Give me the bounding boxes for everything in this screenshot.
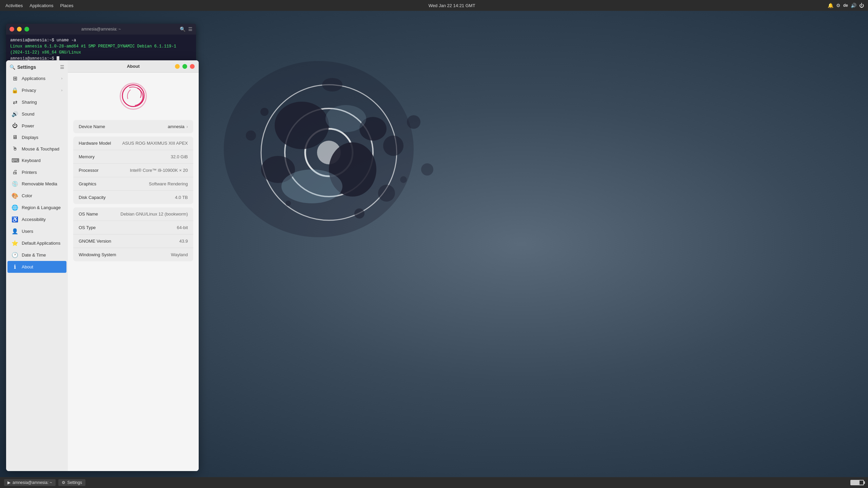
- settings-window: 🔍 Settings ☰ ⊞ Applications › 🔒 Privacy …: [6, 60, 199, 471]
- gnome-version-value: 43.9: [179, 239, 188, 244]
- sidebar-menu-icon[interactable]: ☰: [60, 64, 64, 70]
- terminal-minimize-button[interactable]: −: [17, 27, 22, 32]
- displays-icon: 🖥: [12, 134, 18, 140]
- sidebar-label-displays: Displays: [22, 135, 62, 140]
- privacy-chevron-icon: ›: [61, 88, 62, 92]
- topbar-icon-settings2: ⚙: [836, 3, 841, 8]
- settings-taskbar-label: Settings: [67, 480, 82, 485]
- sidebar-label-applications: Applications: [22, 76, 58, 81]
- mouse-icon: 🖱: [12, 146, 18, 152]
- topbar-right: 🔔 ⚙ de 🔊 ⏻: [828, 3, 868, 8]
- device-name-value[interactable]: amnesia ›: [168, 124, 188, 129]
- sidebar-item-displays[interactable]: 🖥 Displays: [7, 131, 66, 143]
- sidebar-item-removable-media[interactable]: 💿 Removable Media: [7, 178, 66, 190]
- terminal-maximize-button[interactable]: +: [24, 27, 29, 32]
- terminal-window: ✕ − + amnesia@amnesia: ~ 🔍 ☰ amnesia@amn…: [6, 24, 196, 64]
- sidebar-item-about[interactable]: ℹ About: [7, 261, 66, 273]
- terminal-menu-icon[interactable]: ☰: [188, 26, 193, 32]
- graphics-value: Software Rendering: [149, 181, 188, 186]
- sidebar-label-region: Region & Language: [22, 205, 62, 210]
- sharing-icon: ⇄: [12, 99, 18, 105]
- svg-point-5: [275, 102, 329, 149]
- sidebar-item-region-language[interactable]: 🌐 Region & Language: [7, 202, 66, 214]
- svg-point-18: [246, 130, 256, 141]
- sidebar-item-applications[interactable]: ⊞ Applications ›: [7, 73, 66, 84]
- sound-icon: 🔊: [12, 111, 18, 117]
- bottombar-left: ▶ amnesia@amnesia: ~ ⚙ Settings: [4, 479, 850, 486]
- sidebar-item-sharing[interactable]: ⇄ Sharing: [7, 96, 66, 108]
- svg-point-10: [378, 185, 395, 202]
- about-close-button[interactable]: ✕: [190, 64, 195, 69]
- topbar-icon-alert: 🔔: [828, 3, 833, 8]
- memory-value: 32.0 GiB: [171, 154, 188, 159]
- disk-capacity-row: Disk Capacity 4.0 TB: [73, 191, 193, 204]
- settings-body: 🔍 Settings ☰ ⊞ Applications › 🔒 Privacy …: [6, 60, 199, 471]
- privacy-icon: 🔒: [12, 87, 18, 94]
- gnome-version-label: GNOME Version: [79, 239, 179, 244]
- sidebar-item-color[interactable]: 🎨 Color: [7, 190, 66, 202]
- about-title: About: [127, 64, 140, 69]
- settings-taskbar-item[interactable]: ⚙ Settings: [58, 479, 85, 486]
- color-icon: 🎨: [12, 192, 18, 199]
- windowing-system-label: Windowing System: [79, 252, 171, 257]
- power-icon: ⏻: [12, 123, 18, 129]
- sidebar-item-date-time[interactable]: 🕐 Date & Time: [7, 249, 66, 261]
- activities-button[interactable]: Activities: [3, 2, 25, 9]
- sidebar-label-about: About: [22, 264, 62, 269]
- memory-label: Memory: [79, 154, 171, 159]
- terminal-taskbar-item[interactable]: ▶ amnesia@amnesia: ~: [4, 479, 56, 486]
- datetime-icon: 🕐: [12, 252, 18, 258]
- sidebar-item-power[interactable]: ⏻ Power: [7, 120, 66, 131]
- about-panel: About − □ ✕: [68, 60, 199, 471]
- region-icon: 🌐: [12, 204, 18, 211]
- sidebar-item-mouse-touchpad[interactable]: 🖱 Mouse & Touchpad: [7, 143, 66, 155]
- graphics-row: Graphics Software Rendering: [73, 177, 193, 191]
- places-menu-button[interactable]: Places: [57, 2, 76, 9]
- sidebar-item-privacy[interactable]: 🔒 Privacy ›: [7, 84, 66, 96]
- disk-capacity-label: Disk Capacity: [79, 195, 175, 200]
- topbar-datetime: Wed Jan 22 14:21 GMT: [76, 3, 828, 8]
- device-name-row[interactable]: Device Name amnesia ›: [73, 120, 193, 133]
- sidebar-label-power: Power: [22, 123, 62, 128]
- sidebar-item-accessibility[interactable]: ♿ Accessibility: [7, 214, 66, 225]
- gnome-version-row: GNOME Version 43.9: [73, 235, 193, 248]
- bottombar-right: [850, 480, 864, 485]
- sidebar-item-default-applications[interactable]: ⭐ Default Applications: [7, 237, 66, 249]
- os-name-value: Debian GNU/Linux 12 (bookworm): [120, 211, 188, 217]
- sidebar-item-printers[interactable]: 🖨 Printers: [7, 166, 66, 178]
- terminal-search-icon[interactable]: 🔍: [180, 26, 185, 32]
- about-window-controls: − □ ✕: [175, 64, 195, 69]
- debian-logo-container: [68, 73, 199, 117]
- sidebar-label-default-apps: Default Applications: [22, 241, 62, 246]
- processor-row: Processor Intel® Core™ i9-10900K × 20: [73, 164, 193, 177]
- about-minimize-button[interactable]: −: [175, 64, 180, 69]
- svg-point-20: [322, 78, 342, 92]
- terminal-line-2: Linux amnesia 6.1.0-28-amd64 #1 SMP PREE…: [10, 43, 192, 56]
- sidebar-item-users[interactable]: 👤 Users: [7, 225, 66, 237]
- topbar-left: Activities Applications Places: [0, 2, 76, 9]
- svg-point-19: [421, 163, 433, 176]
- terminal-close-button[interactable]: ✕: [9, 27, 14, 32]
- settings-taskbar-icon: ⚙: [62, 480, 65, 485]
- terminal-body[interactable]: amnesia@amnesia:~$ uname -a Linux amnesi…: [6, 35, 196, 64]
- sidebar-item-sound[interactable]: 🔊 Sound: [7, 108, 66, 120]
- terminal-taskbar-icon: ▶: [7, 480, 11, 485]
- svg-point-12: [407, 115, 420, 129]
- applications-chevron-icon: ›: [61, 77, 62, 80]
- applications-menu-button[interactable]: Applications: [27, 2, 56, 9]
- about-body: Device Name amnesia › Hardware Model ASU…: [68, 73, 199, 471]
- sidebar-label-mouse: Mouse & Touchpad: [22, 146, 62, 151]
- sidebar-label-printers: Printers: [22, 170, 62, 175]
- users-icon: 👤: [12, 228, 18, 235]
- applications-icon: ⊞: [12, 75, 18, 82]
- os-section: OS Name Debian GNU/Linux 12 (bookworm) O…: [73, 207, 193, 261]
- debian-logo: [120, 83, 147, 110]
- battery-fill: [851, 481, 860, 485]
- splash-art: [183, 17, 454, 281]
- hardware-section: Hardware Model ASUS ROG MAXIMUS XIII APE…: [73, 137, 193, 204]
- sidebar-item-keyboard[interactable]: ⌨ Keyboard: [7, 155, 66, 166]
- sidebar-label-privacy: Privacy: [22, 88, 58, 93]
- graphics-label: Graphics: [79, 181, 149, 186]
- about-maximize-button[interactable]: □: [182, 64, 187, 69]
- sidebar-search-bar: 🔍 Settings ☰: [6, 62, 68, 73]
